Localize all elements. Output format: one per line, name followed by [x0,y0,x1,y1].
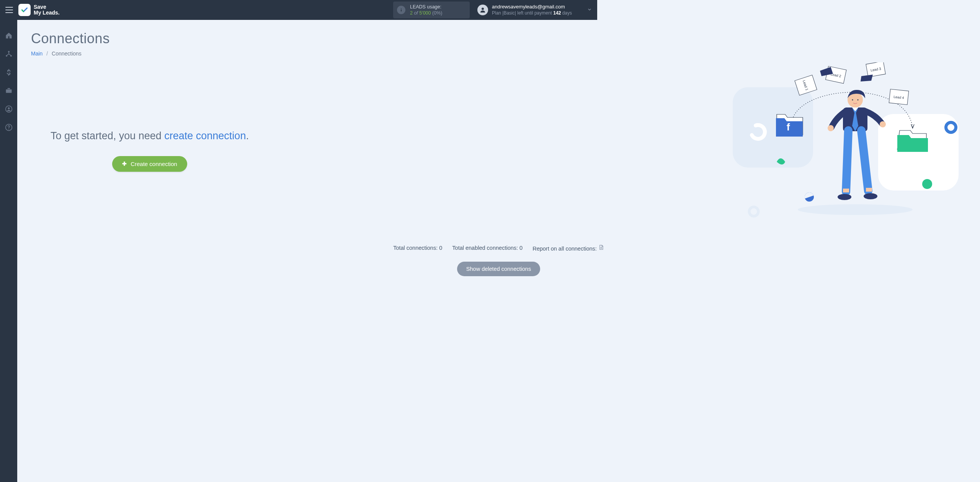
menu-toggle-icon[interactable] [5,7,13,13]
main-content: Connections Main / Connections To get st… [17,20,597,295]
avatar-icon [477,5,488,15]
breadcrumb: Main / Connections [31,50,597,57]
sidebar-item-account[interactable] [5,105,13,113]
breadcrumb-separator: / [46,50,48,57]
page-title: Connections [31,31,597,47]
svg-point-3 [8,51,9,52]
create-connection-link[interactable]: create connection [164,130,246,142]
svg-point-2 [482,8,484,10]
plus-icon: ✚ [122,161,127,166]
account-menu[interactable]: andrewsavemyleads@gmail.com Plan |Basic|… [477,4,592,16]
svg-point-7 [8,107,10,109]
enabled-connections: Total enabled connections: 0 [452,245,523,251]
sidebar-item-help[interactable] [5,123,13,132]
brand-name: Save My Leads. [34,4,60,15]
usage-label: LEADS usage: [410,4,442,10]
svg-rect-1 [401,10,402,11]
brand-logo[interactable]: Save My Leads. [18,4,60,16]
logo-badge-icon [18,4,31,16]
sidebar-item-billing[interactable] [5,68,13,77]
svg-point-9 [8,129,9,129]
leads-usage-box: LEADS usage: 2 of 5'000 (0%) [393,2,470,19]
sidebar [0,20,17,295]
account-email: andrewsavemyleads@gmail.com [492,4,572,10]
usage-values: 2 of 5'000 (0%) [410,10,442,16]
report-all-connections[interactable]: Report on all connections: [532,244,597,252]
create-connection-button[interactable]: ✚ Create connection [112,156,187,172]
svg-point-0 [401,8,402,9]
info-icon [397,6,405,14]
empty-state-text: To get started, you need create connecti… [31,129,268,143]
show-deleted-button[interactable]: Show deleted connections [457,262,540,276]
total-connections: Total connections: 0 [393,245,442,251]
topbar: Save My Leads. LEADS usage: 2 of 5'000 (… [0,0,597,20]
breadcrumb-current: Connections [52,50,82,57]
sidebar-item-connections[interactable] [5,50,13,58]
account-plan: Plan |Basic| left until payment 142 days [492,10,572,16]
breadcrumb-main-link[interactable]: Main [31,50,42,57]
sidebar-item-home[interactable] [5,31,13,40]
sidebar-item-briefcase[interactable] [5,86,13,95]
stats-row: Total connections: 0 Total enabled conne… [31,244,597,252]
chevron-down-icon[interactable] [587,7,592,13]
